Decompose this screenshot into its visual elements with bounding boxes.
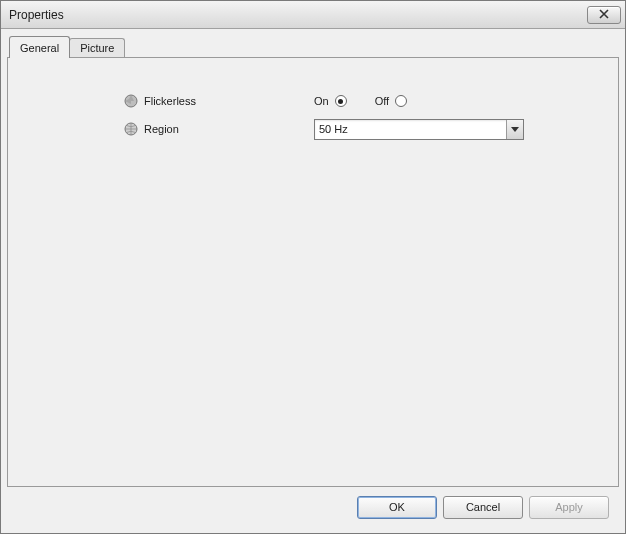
button-label: Apply xyxy=(555,501,583,513)
apply-button: Apply xyxy=(529,496,609,519)
aperture-icon xyxy=(124,94,138,108)
window-title: Properties xyxy=(9,8,64,22)
close-button[interactable] xyxy=(587,6,621,24)
region-label: Region xyxy=(144,123,314,135)
radio-off-label: Off xyxy=(375,95,389,107)
region-select-value: 50 Hz xyxy=(319,123,348,135)
cancel-button[interactable]: Cancel xyxy=(443,496,523,519)
titlebar[interactable]: Properties xyxy=(1,1,625,29)
globe-icon xyxy=(124,122,138,136)
row-flickerless: Flickerless On Off xyxy=(118,88,598,114)
radio-on[interactable] xyxy=(335,95,347,107)
tab-panel-general: Flickerless On Off Region xyxy=(7,57,619,487)
button-label: Cancel xyxy=(466,501,500,513)
flickerless-radio-group: On Off xyxy=(314,95,435,107)
tab-general[interactable]: General xyxy=(9,36,70,58)
region-select-button[interactable] xyxy=(506,120,523,139)
row-region: Region 50 Hz xyxy=(118,116,598,142)
chevron-down-icon xyxy=(511,123,519,135)
radio-off[interactable] xyxy=(395,95,407,107)
radio-on-label: On xyxy=(314,95,329,107)
close-icon xyxy=(598,9,610,21)
properties-dialog: Properties General Picture xyxy=(0,0,626,534)
tab-label: General xyxy=(20,42,59,54)
tab-label: Picture xyxy=(80,42,114,54)
region-select[interactable]: 50 Hz xyxy=(314,119,524,140)
ok-button[interactable]: OK xyxy=(357,496,437,519)
button-label: OK xyxy=(389,501,405,513)
content-area: General Picture Flickerless On xyxy=(1,29,625,533)
form-area: Flickerless On Off Region xyxy=(28,78,598,142)
flickerless-label: Flickerless xyxy=(144,95,314,107)
button-bar: OK Cancel Apply xyxy=(7,487,619,527)
tab-bar: General Picture xyxy=(7,35,619,57)
tab-picture[interactable]: Picture xyxy=(69,38,125,57)
